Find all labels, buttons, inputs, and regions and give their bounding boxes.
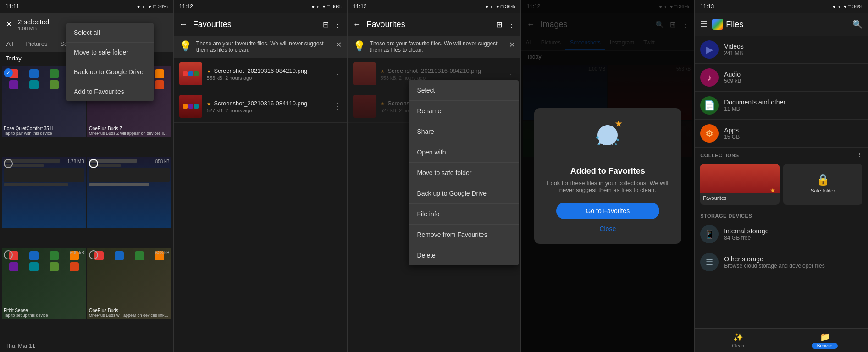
dropdown-menu: Select Rename Share Open with Move to sa… [409,80,519,265]
file-item-2[interactable]: ★ Screenshot_20210316-084110.png 527 kB,… [174,90,347,123]
go-to-favorites-button[interactable]: Go to Favorites [556,203,659,219]
modal-close-button[interactable]: Close [599,225,616,232]
star-icon-3a: ★ [381,69,385,74]
dropdown-file-info[interactable]: File info [409,204,519,225]
context-backup-drive[interactable]: Back up to Google Drive [66,62,154,82]
other-storage-name: Other storage [724,255,862,263]
modal-title: Added to Favorites [543,166,672,176]
files-logo [712,19,723,30]
file-more-2[interactable]: ⋮ [333,101,342,111]
videos-info: Videos 241 MB [724,43,862,56]
files-header: ☰ Files 🔍 [695,13,868,36]
file-list-2: ★ Screenshot_20210316-084210.png 553 kB,… [174,58,347,123]
collection-safe-folder[interactable]: 🔒 Safe folder [783,164,862,205]
close-button[interactable]: ✕ [6,19,12,29]
added-to-favorites-modal: Added to Favorites Look for these files … [534,108,681,244]
status-bar-5: 11:13 ● ᯤ ♥ □ 36% [695,0,868,13]
file-info-3a: ★ Screenshot_20210316-084210.png 553 kB,… [381,67,503,81]
bulb-icon-2: 💡 [179,40,192,52]
panel-images: 11:12 ● ᯤ ♥ □ 36% ← Images 🔍 ⊞ ⋮ All Pic… [521,0,695,352]
svg-point-5 [617,139,619,141]
storage-audio[interactable]: ♪ Audio 509 kB [695,64,868,92]
file-info-2: ★ Screenshot_20210316-084110.png 527 kB,… [207,100,329,113]
storage-apps[interactable]: ⚙ Apps 15 GB [695,120,868,148]
status-time-5: 11:13 [700,3,714,10]
status-bar-2: 11:12 ● ᯤ ♥ □ 36% [174,0,347,13]
collections-more[interactable]: ⋮ [857,152,862,158]
file-more-3a: ⋮ [507,69,515,79]
dropdown-move-safe[interactable]: Move to safe folder [409,163,519,183]
storage-docs[interactable]: 📄 Documents and other 11 MB [695,92,868,120]
back-button-2[interactable]: ← [179,20,188,29]
dropdown-rename[interactable]: Rename [409,101,519,121]
audio-name: Audio [724,71,862,78]
nav-clean[interactable]: ✨ Clean [695,329,781,352]
other-storage[interactable]: ☰ Other storage Browse cloud storage and… [695,248,868,276]
svg-point-7 [615,143,617,145]
size-badge-2: 1.78 MB [67,159,84,164]
search-icon-5[interactable]: 🔍 [852,19,862,29]
tab-all[interactable]: All [0,36,19,52]
back-button-3[interactable]: ← [353,20,361,29]
star-icon-3b: ★ [381,101,385,106]
thumb-oneplus-buds[interactable]: 528 kB OnePlus Buds OnePlus Buds will ap… [87,248,171,319]
favourites-title-3: Favourites [367,20,491,29]
storage-videos[interactable]: ▶ Videos 241 MB [695,36,868,64]
dropdown-remove-fav[interactable]: Remove from Favourites [409,225,519,245]
selected-check: ✓ [4,68,13,77]
context-move-safe[interactable]: Move to safe folder [66,43,154,62]
thumb-row2-right[interactable]: 858 kB [87,157,171,228]
star-icon-2: ★ [207,101,211,106]
bottom-date-bar: Thu, Mar 11 [0,340,173,352]
status-time-3: 11:12 [353,3,367,10]
banner-text-3: These are your favourite files. We will … [370,40,505,53]
thumb-fitbit[interactable]: 509 kB Fitbit Sense Tap to set up this d… [2,248,86,319]
dropdown-share[interactable]: Share [409,121,519,142]
dropdown-delete[interactable]: Delete [409,245,519,265]
menu-icon[interactable]: ☰ [700,19,708,29]
videos-icon: ▶ [700,40,719,59]
thumb-label-buds: OnePlus Buds OnePlus Buds will appear on… [89,308,170,318]
svg-point-4 [596,136,599,139]
panel-files-app: 11:13 ● ᯤ ♥ □ 36% ☰ Files 🔍 ▶ Videos 241… [695,0,868,352]
audio-icon: ♪ [700,68,719,87]
dropdown-backup[interactable]: Back up to Google Drive [409,183,519,204]
thumb-label-bose: Bose QuietComfort 35 II Tap to pair with… [4,126,84,136]
grid-icon-3[interactable]: ⊞ [496,20,502,29]
clean-label: Clean [732,343,744,348]
banner-text-2: These are your favourite files. We will … [196,40,331,53]
banner-close-2[interactable]: ✕ [336,40,342,49]
status-bar-3: 11:12 ● ᯤ ♥ □ 36% [348,0,521,13]
collection-favourites[interactable]: ★ Favourites [700,164,780,205]
context-select-all[interactable]: Select all [66,23,154,43]
svg-point-6 [598,143,600,145]
grid-icon-2[interactable]: ⊞ [323,20,329,29]
storage-devices-section-header: STORAGE DEVICES [695,209,868,220]
dropdown-select[interactable]: Select [409,80,519,101]
apps-icon: ⚙ [700,124,719,143]
size-buds: 528 kB [155,250,170,255]
status-time-2: 11:12 [179,3,193,10]
more-icon-2[interactable]: ⋮ [334,20,342,29]
file-item-1[interactable]: ★ Screenshot_20210316-084210.png 553 kB,… [174,58,347,90]
apps-name: Apps [724,126,862,134]
internal-storage[interactable]: 📱 Internal storage 84 GB free [695,220,868,248]
storage-devices-label: STORAGE DEVICES [700,213,752,219]
collections-label: COLLECTIONS [700,153,739,158]
internal-info: Internal storage 84 GB free [724,227,862,241]
banner-close-3[interactable]: ✕ [509,40,515,49]
docs-icon: 📄 [700,96,719,115]
context-add-favourites[interactable]: Add to Favourites [66,82,154,101]
file-thumb-2 [179,95,202,118]
nav-browse[interactable]: 📁 Browse [781,329,868,352]
thumb-row2-left[interactable]: 1.78 MB [2,157,86,228]
tab-pictures[interactable]: Pictures [19,36,54,52]
file-info-1: ★ Screenshot_20210316-084210.png 553 kB,… [207,67,329,81]
dropdown-open-with[interactable]: Open with [409,142,519,163]
audio-info: Audio 509 kB [724,71,862,84]
file-more-1[interactable]: ⋮ [333,69,342,79]
status-icons-2: ● ᯤ ♥ □ 36% [312,4,342,9]
favourites-header-3: ← Favourites ⊞ ⋮ [348,13,521,36]
more-icon-3[interactable]: ⋮ [508,20,515,29]
file-meta-2: 527 kB, 2 hours ago [207,108,329,113]
